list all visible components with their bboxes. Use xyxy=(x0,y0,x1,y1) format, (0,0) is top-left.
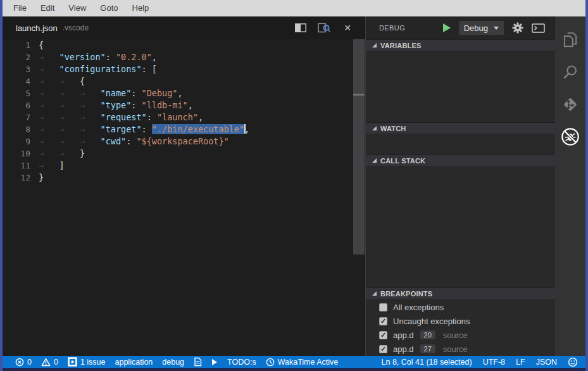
menu-view[interactable]: View xyxy=(61,0,93,16)
menu-help[interactable]: Help xyxy=(125,0,156,16)
breakpoint-row[interactable]: ✓All exceptions xyxy=(366,300,555,314)
status-errors[interactable]: 0 xyxy=(15,358,32,367)
whitespace-tab-icon: → xyxy=(39,135,59,148)
twistie-icon xyxy=(372,158,377,163)
line-number: 11 xyxy=(3,160,30,172)
editor-actions: ✕ xyxy=(294,22,354,34)
status-encoding[interactable]: UTF-8 xyxy=(483,358,505,367)
debug-config-dropdown[interactable]: Debug xyxy=(459,21,504,35)
checkbox-checked-icon[interactable]: ✓ xyxy=(379,345,387,353)
whitespace-tab-icon: → xyxy=(80,123,101,135)
status-warnings[interactable]: 0 xyxy=(41,358,58,367)
checkbox-checked-icon[interactable]: ✓ xyxy=(379,331,387,339)
code-line[interactable]: 1{ xyxy=(3,39,353,51)
code-line[interactable]: 8→→→"target": "./bin/executable", xyxy=(3,123,353,135)
menu-edit[interactable]: Edit xyxy=(34,0,61,16)
whitespace-tab-icon: → xyxy=(59,135,80,148)
debug-panel-title: DEBUG xyxy=(379,24,405,32)
split-editor-icon[interactable] xyxy=(294,22,307,34)
warning-icon xyxy=(41,358,51,367)
line-number: 4 xyxy=(3,75,30,87)
line-number: 3 xyxy=(3,63,30,75)
breakpoint-row[interactable]: ✓Uncaught exceptions xyxy=(366,314,555,328)
tab-folder-detail: .vscode xyxy=(63,23,89,32)
whitespace-tab-icon: → xyxy=(80,135,101,148)
whitespace-tab-icon: → xyxy=(39,63,59,75)
checkbox-unchecked-icon[interactable]: ✓ xyxy=(379,303,387,311)
section-variables[interactable]: VARIABLES xyxy=(366,39,555,51)
status-cursor-position[interactable]: Ln 8, Col 41 (18 selected) xyxy=(382,358,472,367)
issues-icon xyxy=(68,357,77,367)
status-wakatime[interactable]: WakaTime Active xyxy=(266,358,339,367)
whitespace-tab-icon: → xyxy=(39,87,59,99)
start-debug-button[interactable] xyxy=(443,23,451,32)
section-watch[interactable]: WATCH xyxy=(366,122,555,134)
checkbox-checked-icon[interactable]: ✓ xyxy=(379,317,387,325)
breakpoint-label: app.d xyxy=(393,344,414,354)
whitespace-tab-icon: → xyxy=(39,111,59,123)
breakpoint-row[interactable]: ✓app.d27source xyxy=(366,342,555,356)
code-line[interactable]: 2→"version": "0.2.0", xyxy=(3,51,353,63)
file-icon xyxy=(194,357,202,367)
debug-console-icon[interactable] xyxy=(532,23,545,33)
code-line[interactable]: 3→"configurations": [ xyxy=(3,63,353,75)
breakpoint-row[interactable]: ✓app.d20source xyxy=(366,328,555,342)
search-icon[interactable] xyxy=(555,56,585,88)
git-icon[interactable] xyxy=(555,88,585,120)
code-line[interactable]: 12} xyxy=(3,172,353,184)
window-border-left xyxy=(0,0,3,371)
status-right: Ln 8, Col 41 (18 selected) UTF-8 LF JSON xyxy=(382,357,579,367)
status-issues[interactable]: 1 issue xyxy=(68,357,106,367)
code-line[interactable]: 6→→→"type": "lldb-mi", xyxy=(3,99,353,111)
code-line[interactable]: 7→→→"request": "launch", xyxy=(3,111,353,123)
variables-content[interactable] xyxy=(366,51,555,122)
line-number: 12 xyxy=(3,172,30,184)
code-line[interactable]: 4→→{ xyxy=(3,75,353,87)
status-feedback[interactable] xyxy=(568,357,578,367)
code-line[interactable]: 11→] xyxy=(3,160,353,172)
breakpoint-label: All exceptions xyxy=(393,303,444,312)
watch-content[interactable] xyxy=(366,134,555,154)
preview-icon[interactable] xyxy=(318,22,330,34)
status-application[interactable]: application xyxy=(115,358,153,367)
line-number: 8 xyxy=(3,123,30,135)
whitespace-tab-icon: → xyxy=(80,111,101,123)
close-icon[interactable]: ✕ xyxy=(341,22,354,34)
status-left: 0 0 1 issue xyxy=(15,357,338,367)
menu-goto[interactable]: Goto xyxy=(93,0,125,16)
whitespace-tab-icon: → xyxy=(80,87,101,99)
gear-icon[interactable] xyxy=(512,22,523,34)
menu-file[interactable]: File xyxy=(6,0,34,16)
debug-config-value: Debug xyxy=(464,23,488,33)
section-breakpoints[interactable]: BREAKPOINTS xyxy=(366,287,555,299)
window-border-right xyxy=(585,0,588,371)
line-number: 1 xyxy=(3,39,30,51)
status-language-mode[interactable]: JSON xyxy=(536,358,557,367)
breakpoint-line-badge: 20 xyxy=(420,330,435,339)
status-debug[interactable]: debug xyxy=(162,358,184,367)
whitespace-tab-icon: → xyxy=(39,99,59,111)
line-number: 5 xyxy=(3,87,30,99)
code-line[interactable]: 10→→} xyxy=(3,148,353,160)
section-call-stack[interactable]: CALL STACK xyxy=(366,154,555,166)
status-todos[interactable]: TODO:s xyxy=(227,358,256,367)
call-stack-content[interactable] xyxy=(366,166,555,287)
whitespace-tab-icon: → xyxy=(59,75,80,87)
whitespace-tab-icon: → xyxy=(59,123,80,135)
code-line[interactable]: 5→→→"name": "Debug", xyxy=(3,87,353,99)
editor-scrollbar[interactable] xyxy=(353,39,365,356)
whitespace-tab-icon: → xyxy=(39,148,59,160)
smiley-icon xyxy=(568,357,578,367)
status-eol[interactable]: LF xyxy=(516,358,525,367)
breakpoints-list: ✓All exceptions✓Uncaught exceptions✓app.… xyxy=(366,299,555,356)
debug-icon[interactable] xyxy=(555,120,585,153)
error-icon xyxy=(15,358,24,367)
code-line[interactable]: 9→→→"cwd": "${workspaceRoot}" xyxy=(3,135,353,148)
status-file-icon[interactable] xyxy=(194,357,202,367)
code-editor[interactable]: 1{2→"version": "0.2.0",3→"configurations… xyxy=(3,39,353,356)
files-icon[interactable] xyxy=(555,23,585,56)
whitespace-tab-icon: → xyxy=(59,148,80,160)
tab-launch-json[interactable]: launch.json xyxy=(16,23,58,33)
scrollbar-thumb[interactable] xyxy=(353,39,365,255)
status-run-task[interactable] xyxy=(211,358,218,366)
